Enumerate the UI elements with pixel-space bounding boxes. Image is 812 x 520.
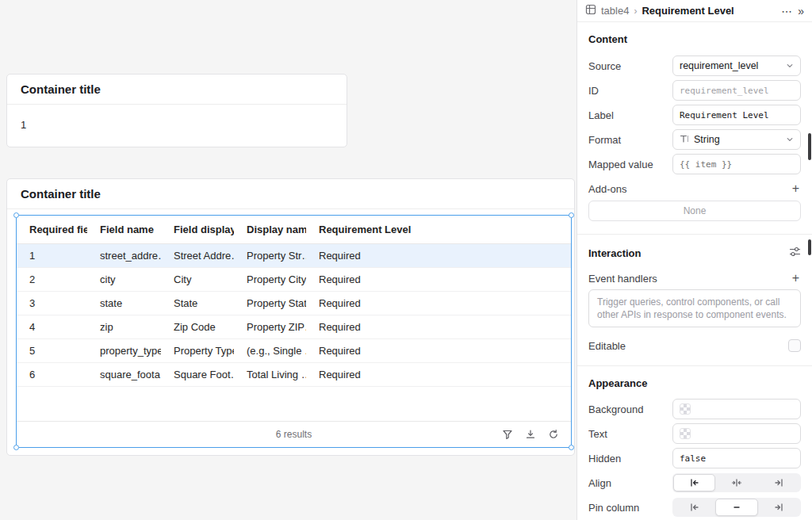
- table-cell[interactable]: Property State: [234, 297, 306, 309]
- table-row[interactable]: 5 property_type Property Type (e.g., Sin…: [17, 339, 571, 363]
- table-cell[interactable]: City: [161, 273, 234, 285]
- table-cell[interactable]: Property Type: [161, 345, 234, 357]
- table-cell[interactable]: Required: [306, 345, 571, 357]
- align-center-button[interactable]: [715, 474, 757, 491]
- table-row[interactable]: 6 square_foota… Square Foot… Total Livin…: [17, 363, 571, 387]
- table-cell[interactable]: Required: [306, 369, 571, 380]
- inspector-panel: table4 › Requirement Level ⋯ » Content S…: [576, 0, 812, 520]
- column-header[interactable]: Field display…: [161, 224, 234, 235]
- background-color-field[interactable]: [672, 399, 801, 419]
- table-cell[interactable]: zip: [87, 321, 161, 333]
- selection-handle[interactable]: [569, 212, 574, 218]
- table-component[interactable]: Required fiel… Field name Field display……: [16, 215, 572, 448]
- table-cell[interactable]: Square Foot…: [161, 369, 234, 380]
- table-cell[interactable]: Required: [306, 250, 571, 262]
- breadcrumb-component[interactable]: table4: [601, 5, 629, 17]
- selection-handle[interactable]: [13, 212, 19, 218]
- container-2[interactable]: Container title Required fiel… Field nam…: [6, 178, 575, 456]
- data-table: Required fiel… Field name Field display……: [17, 216, 571, 447]
- table-cell[interactable]: 1: [17, 250, 87, 262]
- hidden-field[interactable]: [680, 453, 794, 464]
- table-cell[interactable]: Property Str…: [234, 250, 306, 262]
- source-label: Source: [588, 60, 621, 72]
- table-cell[interactable]: Total Living …: [234, 369, 306, 380]
- background-label: Background: [588, 403, 643, 415]
- table-cell[interactable]: 6: [17, 369, 87, 380]
- editable-checkbox[interactable]: [788, 339, 801, 352]
- pin-right-button[interactable]: [758, 499, 800, 516]
- mapped-value-label: Mapped value: [588, 159, 653, 170]
- chevron-down-icon: [786, 134, 794, 146]
- appearance-section: Appearance Background Text Hidden: [577, 366, 812, 520]
- add-addon-icon[interactable]: +: [791, 182, 801, 195]
- table-cell[interactable]: state: [87, 297, 161, 309]
- scrollbar-thumb[interactable]: [808, 133, 811, 160]
- table-cell[interactable]: 4: [17, 321, 87, 333]
- hidden-field-wrap: [672, 448, 801, 468]
- text-color-field[interactable]: [672, 423, 801, 444]
- align-left-button[interactable]: [673, 474, 715, 491]
- table-cell[interactable]: Required: [306, 297, 571, 309]
- table-cell[interactable]: square_foota…: [87, 369, 161, 380]
- table-cell[interactable]: 5: [17, 345, 87, 357]
- event-handlers-label: Event handlers: [588, 273, 657, 285]
- table-cell[interactable]: 2: [17, 273, 87, 285]
- download-icon[interactable]: [525, 429, 536, 440]
- interaction-section: Interaction Event handlers + Trigger que…: [577, 235, 812, 366]
- pin-none-button[interactable]: [715, 499, 757, 516]
- container-1-title: Container title: [21, 82, 101, 96]
- collapse-panel-icon[interactable]: »: [798, 5, 804, 17]
- table-grid-icon: [585, 4, 596, 17]
- selection-handle[interactable]: [13, 445, 19, 450]
- table-cell[interactable]: street_addre…: [87, 250, 161, 262]
- table-cell[interactable]: Required: [306, 273, 571, 285]
- table-row[interactable]: 3 state State Property State Required: [17, 292, 571, 315]
- table-cell[interactable]: Zip Code: [161, 321, 234, 333]
- id-field-wrap: [672, 80, 801, 101]
- id-field[interactable]: [680, 86, 794, 96]
- table-cell[interactable]: State: [161, 297, 234, 309]
- editable-label: Editable: [588, 340, 626, 352]
- source-select[interactable]: requirement_level: [672, 55, 801, 76]
- column-header[interactable]: Requirement Level: [306, 224, 571, 235]
- selection-handle[interactable]: [569, 445, 574, 450]
- table-cell[interactable]: 3: [17, 297, 87, 309]
- pin-left-button[interactable]: [673, 499, 715, 516]
- table-cell[interactable]: (e.g., Single …: [234, 345, 306, 357]
- add-event-handler-icon[interactable]: +: [791, 272, 801, 285]
- text-component[interactable]: 1: [21, 119, 26, 131]
- align-label: Align: [588, 477, 611, 489]
- table-cell[interactable]: Property City: [234, 273, 306, 285]
- label-label: Label: [588, 109, 614, 121]
- column-header[interactable]: Field name: [87, 224, 161, 235]
- table-row[interactable]: 4 zip Zip Code Property ZIP… Required: [17, 315, 571, 339]
- table-cell[interactable]: city: [87, 273, 161, 285]
- container-1[interactable]: Container title 1: [6, 74, 347, 147]
- filter-icon[interactable]: [502, 429, 513, 440]
- content-section-title: Content: [588, 33, 627, 45]
- container-2-header: Container title: [7, 179, 574, 209]
- refresh-icon[interactable]: [548, 429, 559, 440]
- column-header[interactable]: Required fiel…: [17, 224, 87, 235]
- sliders-icon[interactable]: [789, 246, 801, 260]
- more-icon[interactable]: ⋯: [781, 5, 793, 17]
- table-row[interactable]: 2 city City Property City Required: [17, 268, 571, 292]
- table-cell[interactable]: Street Addre…: [161, 250, 234, 262]
- addons-label: Add-ons: [588, 183, 626, 195]
- source-value: requirement_level: [680, 60, 758, 71]
- column-header[interactable]: Display nam…: [234, 224, 306, 235]
- format-value: String: [694, 134, 720, 145]
- align-right-button[interactable]: [758, 474, 800, 491]
- mapped-value-field[interactable]: [680, 159, 794, 170]
- table-row[interactable]: 1 street_addre… Street Addre… Property S…: [17, 244, 571, 268]
- format-select[interactable]: String: [672, 129, 801, 150]
- table-cell[interactable]: property_type: [87, 345, 161, 357]
- label-field[interactable]: [680, 110, 794, 120]
- editor-canvas[interactable]: Container title 1 Container title Requir…: [0, 0, 576, 520]
- interaction-section-title: Interaction: [588, 247, 641, 259]
- scrollbar-thumb[interactable]: [808, 239, 811, 255]
- format-label: Format: [588, 134, 621, 146]
- table-cell[interactable]: Property ZIP…: [234, 321, 306, 333]
- table-cell[interactable]: Required: [306, 321, 571, 333]
- transparent-swatch-icon: [680, 403, 691, 415]
